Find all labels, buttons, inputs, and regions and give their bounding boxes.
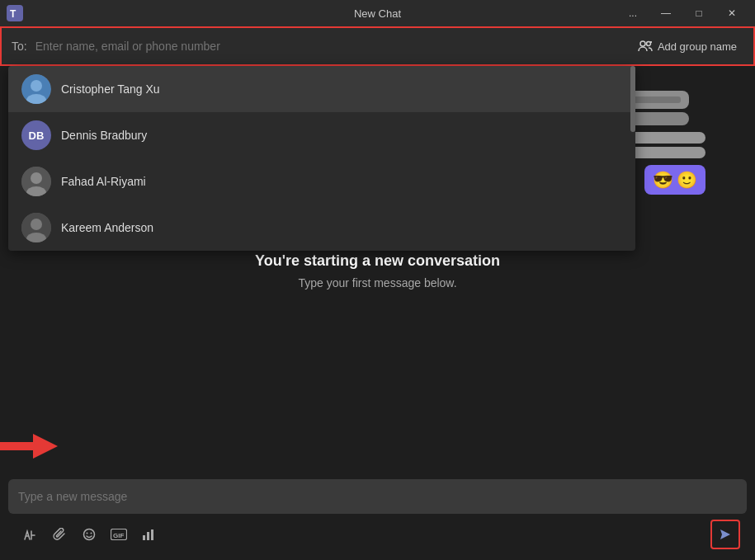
starting-conversation-area: You're starting a new conversation Type … <box>255 252 500 289</box>
starting-subtitle: Type your first message below. <box>255 276 500 289</box>
contact-name-dennis: Dennis Bradbury <box>61 129 147 142</box>
to-bar: To: Add group name <box>0 26 755 66</box>
svg-point-3 <box>646 42 650 46</box>
contact-name-kareem: Kareem Anderson <box>61 221 153 234</box>
emoji-smile: 🙂 <box>677 170 697 190</box>
svg-point-2 <box>640 41 645 46</box>
red-arrow-indicator <box>0 430 58 463</box>
svg-text:GIF: GIF <box>113 532 124 539</box>
add-group-label: Add group name <box>658 40 737 53</box>
avatar-fahad <box>21 167 51 196</box>
chart-button[interactable] <box>134 520 163 549</box>
window-title: New Chat <box>354 7 401 20</box>
svg-marker-18 <box>0 434 58 459</box>
svg-text:T: T <box>10 8 17 20</box>
svg-point-21 <box>91 533 92 534</box>
format-icon <box>23 528 36 541</box>
contact-item-dennis[interactable]: DB Dennis Bradbury <box>8 112 635 158</box>
contact-item-cristopher[interactable]: Cristopher Tang Xu <box>8 66 635 112</box>
title-bar: T New Chat ... — □ ✕ <box>0 0 755 26</box>
more-options-button[interactable]: ... <box>616 0 649 26</box>
message-toolbar: GIF <box>8 517 747 552</box>
close-button[interactable]: ✕ <box>715 0 748 26</box>
contact-item-fahad[interactable]: Fahad Al-Riyami <box>8 158 635 205</box>
to-label: To: <box>12 40 27 53</box>
avatar-cristopher <box>21 74 51 104</box>
send-icon <box>719 528 732 541</box>
svg-point-19 <box>84 529 95 540</box>
minimize-button[interactable]: — <box>649 0 682 26</box>
svg-point-7 <box>31 80 42 92</box>
contact-name-fahad: Fahad Al-Riyami <box>61 175 146 188</box>
window-controls: ... — □ ✕ <box>616 0 748 26</box>
starting-title: You're starting a new conversation <box>255 252 500 270</box>
avatar-dennis: DB <box>21 120 51 150</box>
maximize-button[interactable]: □ <box>682 0 715 26</box>
svg-rect-25 <box>147 532 149 540</box>
svg-point-13 <box>31 219 42 230</box>
avatar-kareem <box>21 213 51 242</box>
title-bar-left: T <box>7 5 23 21</box>
recipient-input[interactable] <box>35 40 631 53</box>
svg-rect-24 <box>143 535 145 540</box>
svg-rect-26 <box>151 529 153 540</box>
dropdown-scrollbar[interactable] <box>630 66 635 132</box>
svg-point-20 <box>87 533 88 534</box>
emoji-icon <box>83 528 96 541</box>
attach-button[interactable] <box>45 520 74 549</box>
add-group-name-button[interactable]: Add group name <box>631 37 743 56</box>
emoji-cool: 😎 <box>653 170 673 190</box>
format-button[interactable] <box>15 520 45 549</box>
message-input[interactable] <box>18 490 737 503</box>
gif-button[interactable]: GIF <box>104 520 134 549</box>
people-icon <box>638 40 653 52</box>
gif-icon: GIF <box>111 529 127 540</box>
contact-name-cristopher: Cristopher Tang Xu <box>61 82 160 96</box>
svg-point-10 <box>31 172 42 184</box>
emoji-button[interactable] <box>74 520 104 549</box>
emoji-bubble: 😎 🙂 <box>644 165 705 195</box>
chart-icon <box>142 528 155 541</box>
teams-logo-icon: T <box>7 5 23 21</box>
contact-dropdown: Cristopher Tang Xu DB Dennis Bradbury Fa… <box>8 66 635 251</box>
paperclip-icon <box>53 528 66 541</box>
message-bar <box>8 479 747 514</box>
contact-item-kareem[interactable]: Kareem Anderson <box>8 205 635 251</box>
send-button[interactable] <box>710 520 740 549</box>
